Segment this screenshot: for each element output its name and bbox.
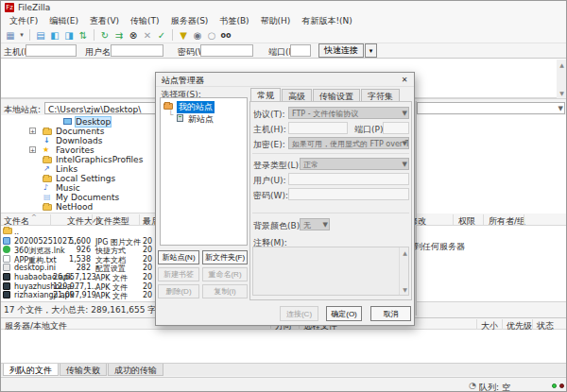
encryption-label: 加密(E): (253, 139, 285, 151)
dlg-password-label: 密码(W): (253, 190, 288, 202)
compare-icon[interactable]: ◉ (191, 29, 204, 42)
site-manager-dialog: 站点管理器 ✕ 选择项(S): 我的站点 └ 新站点 新站点(N) 新文件夹(F… (155, 72, 415, 326)
queue-clock-icon: ◔ (469, 381, 476, 390)
new-folder-button[interactable]: 新文件夹(F) (202, 250, 248, 264)
quickconnect-button[interactable]: 快速连接(Q) (318, 43, 364, 58)
menu-new-version[interactable]: 有新版本!(N) (297, 14, 356, 28)
dlg-password-input (288, 188, 409, 200)
desktop-icon (63, 118, 72, 125)
find-icon[interactable]: oo (219, 29, 232, 42)
menu-view[interactable]: 查看(V) (85, 14, 124, 28)
toggle-local-tree-icon[interactable]: ◧ (48, 29, 61, 42)
dialog-tabs: 常规 高级 传输设置 字符集 (250, 89, 401, 101)
folder-icon (3, 228, 12, 234)
refresh-icon[interactable]: ↻ (98, 29, 112, 42)
dlg-host-label: 主机(H): (253, 124, 286, 136)
bgcolor-value: 无 (303, 221, 311, 230)
filter-icon[interactable]: ▼ (177, 29, 190, 42)
tab-general[interactable]: 常规 (250, 88, 281, 102)
tree-line: └ (168, 111, 173, 120)
expand-icon[interactable]: + (29, 146, 36, 153)
remote-status (417, 301, 567, 315)
apk-file-icon (3, 273, 10, 281)
toggle-queue-icon[interactable]: ⇅ (77, 29, 90, 42)
duplicate-button: 复制(I) (202, 284, 248, 298)
apk-file-icon (3, 282, 10, 290)
tab-failed-transfers[interactable]: 传输失败 (60, 364, 107, 376)
quickconnect-dropdown[interactable]: ▾ (365, 43, 377, 58)
quickconnect-bar: 主机(H): 用户名(U): 密码(W): 端口(P): 快速连接(Q) ▾ (1, 43, 567, 59)
sites-folder-icon (163, 103, 173, 110)
chevron-down-icon[interactable]: ▼ (558, 105, 563, 112)
cancel-button[interactable]: 取消 (370, 306, 411, 321)
protocol-value: FTP - 文件传输协议 (292, 110, 358, 118)
menu-transfer[interactable]: 传输(T) (126, 14, 164, 28)
tab-queued-files[interactable]: 列队的文件 (3, 364, 59, 376)
site-manager-icon[interactable]: ▦ (4, 29, 17, 42)
host-input[interactable] (26, 44, 77, 57)
logon-type-combo: 正常 ▼ (300, 158, 409, 170)
username-input[interactable] (111, 44, 163, 57)
download-arrow-icon: ↓ (43, 137, 50, 145)
image-file-icon (3, 237, 10, 245)
menu-server[interactable]: 服务器(S) (166, 14, 214, 28)
tab-advanced[interactable]: 高级 (282, 89, 312, 101)
text-file-icon (3, 255, 10, 263)
tab-successful-transfers[interactable]: 成功的传输 (108, 364, 163, 376)
encryption-value: 如果可用，使用显式的 FTP over TLS (292, 140, 409, 148)
process-queue-icon[interactable]: ⇉ (112, 29, 126, 42)
close-icon[interactable]: ✕ (399, 75, 410, 85)
remote-path-combo[interactable]: ▼ (417, 102, 565, 114)
tab-transfer-settings[interactable]: 传输设置 (313, 89, 360, 101)
document-icon: ▤ (43, 194, 51, 201)
shortcut-icon: ↗ (43, 165, 50, 173)
logon-type-value: 正常 (303, 161, 318, 169)
ok-button[interactable]: 确定(O) (326, 306, 362, 321)
remote-tree (417, 115, 567, 213)
expand-icon[interactable]: + (29, 128, 36, 134)
scroll-up-icon: ▲ (400, 247, 410, 258)
scroll-down-icon: ▼ (400, 284, 410, 295)
status-led-green (552, 383, 557, 388)
chevron-down-icon: ▼ (403, 140, 407, 147)
new-site-button[interactable]: 新站点(N) (158, 250, 199, 264)
port-input[interactable] (290, 44, 311, 57)
server-icon (177, 114, 183, 122)
disconnect-icon[interactable]: ✕ (141, 29, 154, 42)
dlg-host-input (288, 122, 348, 134)
music-note-icon: ♪ (43, 184, 48, 192)
protocol-label: 协议(T): (253, 109, 285, 121)
cancel-icon[interactable]: ⊗ (127, 29, 140, 42)
toggle-log-icon[interactable]: ▤ (34, 29, 47, 42)
sync-browsing-icon[interactable]: ○ (205, 29, 218, 42)
encryption-combo: 如果可用，使用显式的 FTP over TLS ▼ (288, 137, 409, 149)
tree-item-my-sites[interactable]: 我的站点 (161, 101, 247, 111)
tree-item-new-site[interactable]: └ 新站点 (161, 113, 247, 124)
toggle-remote-tree-icon[interactable]: ◨ (62, 29, 76, 42)
app-icon: Fz (5, 3, 14, 12)
reconnect-icon[interactable]: ✓ (155, 29, 168, 42)
my-sites-label: 我的站点 (177, 101, 215, 113)
folder-icon (43, 204, 52, 211)
menu-bookmarks[interactable]: 书签(B) (215, 14, 253, 28)
site-tree: 我的站点 └ 新站点 (160, 97, 248, 246)
status-led-red (559, 383, 564, 388)
queue-status-text: 队列: 空 (479, 382, 510, 392)
remote-file-list: 未连接到任何服务器 (417, 226, 567, 301)
log-scrollbar[interactable]: ▲ ▼ (557, 60, 567, 98)
scroll-up-icon[interactable]: ▲ (557, 60, 567, 70)
queue-tabs: 列队的文件 传输失败 成功的传输 (1, 363, 567, 376)
menu-help[interactable]: 帮助(H) (256, 14, 296, 28)
logon-type-label: 登录类型(L): (253, 160, 301, 172)
tab-charset[interactable]: 字符集 (361, 89, 400, 101)
menu-bar: 文件(F) 编辑(E) 查看(V) 传输(T) 服务器(S) 书签(B) 帮助(… (1, 14, 567, 27)
chevron-down-icon: ▼ (403, 110, 407, 117)
password-input[interactable] (200, 44, 253, 57)
dialog-title-bar: 站点管理器 ✕ (156, 73, 414, 87)
site-manager-dropdown-icon[interactable]: ▾ (18, 29, 26, 42)
menu-file[interactable]: 文件(F) (5, 14, 43, 28)
menu-edit[interactable]: 编辑(E) (44, 14, 83, 28)
scroll-down-icon[interactable]: ▼ (557, 88, 567, 98)
dlg-user-input (288, 173, 409, 185)
star-icon: ★ (43, 146, 49, 154)
